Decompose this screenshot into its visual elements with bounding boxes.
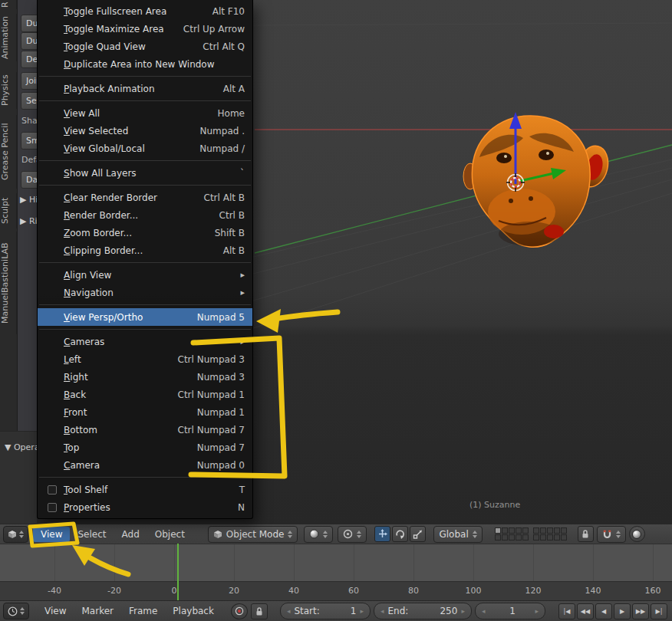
layer-toggle[interactable] [502,527,508,534]
layer-toggle[interactable] [495,534,501,540]
toolshelf-set-origin[interactable]: Set Origin [21,92,37,110]
decrement-arrow-icon[interactable]: ◂ [482,607,486,615]
jump-to-end-button[interactable]: ▶| [651,603,667,619]
timeline-ruler[interactable]: -40-20020406080100120140160 [0,581,672,600]
menu-view-button[interactable]: View [33,527,70,542]
menu-item-clipping-border[interactable]: Clipping Border...Alt B [38,242,252,259]
toolshelf-tab-r[interactable]: R [0,0,17,9]
editor-type-button[interactable] [3,526,28,543]
operator-panel-header[interactable]: ▼ Operat [0,431,37,524]
toolshelf-data[interactable]: Data [21,171,37,189]
menu-item-navigation[interactable]: Navigation▸ [38,284,252,301]
menu-item-cameras[interactable]: Cameras▸ [38,333,252,350]
toolshelf-tab-sculpt[interactable]: Sculpt [0,193,17,228]
pivot-dropdown[interactable] [338,526,367,543]
layer-toggle[interactable] [540,527,546,534]
menu-item-back[interactable]: BackCtrl Numpad 1 [38,386,252,403]
decrement-arrow-icon[interactable]: ◂ [287,607,291,615]
menu-item-top[interactable]: TopNumpad 7 [38,439,252,456]
menu-item-view-persp-ortho[interactable]: View Persp/OrthoNumpad 5 [38,308,252,326]
menu-select-button[interactable]: Select [70,527,114,542]
next-keyframe-button[interactable]: ▶▶ [632,603,649,619]
layer-toggle[interactable] [522,534,529,540]
layer-toggle[interactable] [495,527,501,534]
menu-item-toggle-maximize-area[interactable]: Toggle Maximize AreaCtrl Up Arrow [38,20,252,38]
menu-object-button[interactable]: Object [147,527,193,542]
scene-lock-button[interactable] [578,526,594,542]
menu-item-view-all[interactable]: View AllHome [38,104,252,122]
layer-toggle[interactable] [509,534,515,540]
orientation-dropdown[interactable]: Global [433,526,482,543]
layer-toggle[interactable] [533,527,539,534]
toolshelf-delet[interactable]: Delet [21,51,37,68]
end-frame-field[interactable]: ◂ End: 250 ▸ [374,603,472,619]
menu-item-duplicate-area-into-new-window[interactable]: Duplicate Area into New Window [38,55,252,73]
manipulator-rotate-button[interactable] [392,526,408,542]
toolshelf-tab-manuelbastionilab[interactable]: ManuelBastioniLAB [0,232,17,334]
layer-toggle[interactable] [540,534,546,540]
increment-arrow-icon[interactable]: ▸ [461,607,465,615]
menu-item-show-all-layers[interactable]: Show All Layers` [38,164,252,182]
layer-toggle[interactable] [554,527,560,534]
manipulator-scale-button[interactable] [410,526,426,542]
menu-marker-button[interactable]: Marker [74,603,120,619]
layer-toggle[interactable] [554,534,560,540]
toolshelf-smoot[interactable]: Smoot [21,132,37,150]
menu-item-view-selected[interactable]: View SelectedNumpad . [38,122,252,140]
menu-view-button[interactable]: View [37,603,74,619]
manipulator-translate-button[interactable] [374,526,390,542]
menu-playback-button[interactable]: Playback [165,603,222,619]
decrement-arrow-icon[interactable]: ◂ [380,607,384,615]
shading-dropdown[interactable] [304,526,333,543]
layer-toggle[interactable] [533,534,539,540]
increment-arrow-icon[interactable]: ▸ [535,607,539,615]
menu-item-front[interactable]: FrontNumpad 1 [38,403,252,421]
autokey-record-button[interactable] [231,603,248,619]
toolshelf-tab-grease-pencil[interactable]: Grease Pencil [0,115,17,189]
play-button[interactable]: ▶ [614,603,631,619]
timeline-tracks[interactable] [0,544,672,581]
toolshelf-rig[interactable]: ▶ Rig [20,216,37,226]
toolshelf-histo[interactable]: ▶ Histo [20,195,37,205]
start-frame-field[interactable]: ◂ Start: 1 ▸ [280,603,371,619]
layer-toggle[interactable] [509,527,515,534]
layer-toggle[interactable] [516,534,522,540]
toolshelf-join[interactable]: Join [21,72,37,90]
mode-dropdown[interactable]: Object Mode [208,526,298,543]
layer-toggle[interactable] [561,527,567,534]
menu-item-right[interactable]: RightNumpad 3 [38,368,252,386]
toolshelf-duplica[interactable]: Duplica [21,32,37,50]
toolshelf-dupli[interactable]: Dupli [21,15,37,32]
layer-toggle[interactable] [522,527,529,534]
menu-item-toggle-fullscreen-area[interactable]: Toggle Fullscreen AreaAlt F10 [38,2,252,20]
menu-frame-button[interactable]: Frame [121,603,165,619]
menu-item-camera[interactable]: CameraNumpad 0 [38,456,252,474]
layer-toggle[interactable] [561,534,567,540]
toolshelf-tab-animation[interactable]: Animation [0,14,17,61]
jump-to-start-button[interactable]: |◀ [558,603,575,619]
previous-keyframe-button[interactable]: ◀◀ [577,603,594,619]
toolshelf-tab-physics[interactable]: Physics [0,72,17,109]
layer-toggle[interactable] [502,534,508,540]
menu-item-toggle-quad-view[interactable]: Toggle Quad ViewCtrl Alt Q [38,38,252,55]
menu-item-bottom[interactable]: BottomCtrl Numpad 7 [38,421,252,439]
menu-item-tool-shelf[interactable]: Tool ShelfT [38,481,252,498]
playhead[interactable] [177,544,179,600]
layer-toggle[interactable] [547,534,553,540]
snap-magnet-dropdown[interactable] [597,526,626,543]
menu-item-playback-animation[interactable]: Playback AnimationAlt A [38,80,252,97]
menu-item-properties[interactable]: PropertiesN [38,498,252,516]
layer-toggle[interactable] [516,527,522,534]
menu-item-clear-render-border[interactable]: Clear Render BorderCtrl Alt B [38,189,252,206]
layer-toggle[interactable] [547,527,553,534]
timeline-editor-button[interactable] [3,603,29,619]
play-reverse-button[interactable]: ◀ [595,603,612,619]
menu-add-button[interactable]: Add [114,527,147,542]
opengl-render-button[interactable] [629,526,645,542]
menu-item-render-border[interactable]: Render Border...Ctrl B [38,206,252,224]
menu-item-zoom-border[interactable]: Zoom Border...Shift B [38,224,252,242]
menu-item-view-global-local[interactable]: View Global/LocalNumpad / [38,140,252,157]
menu-item-align-view[interactable]: Align View▸ [38,266,252,284]
menu-item-left[interactable]: LeftCtrl Numpad 3 [38,350,252,368]
lock-frame-button[interactable] [251,603,268,619]
